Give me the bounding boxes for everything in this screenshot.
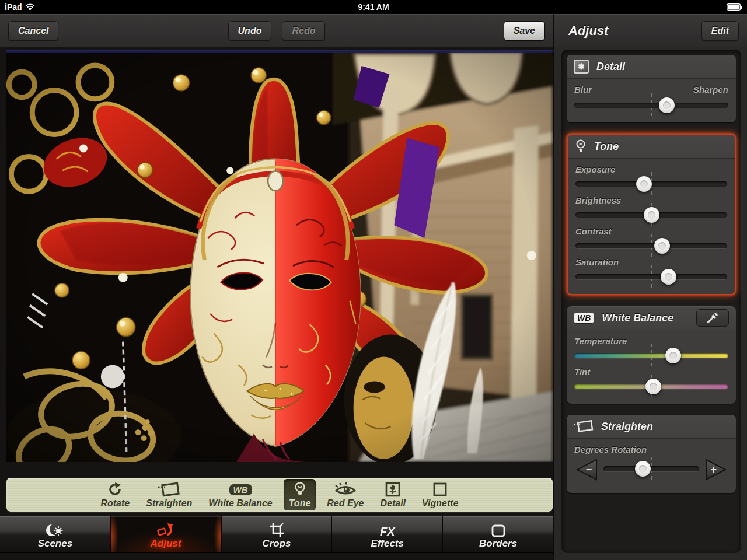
rotate-minus-button[interactable]: − — [574, 458, 599, 481]
detail-section: ✽ Detail Blur Sharpen — [567, 55, 736, 123]
tone-section-header: Tone — [568, 135, 735, 159]
photo-canvas[interactable] — [6, 50, 553, 462]
adjust-tools-strip: Rotate Straighten WB White Balance — [6, 477, 553, 512]
redo-button[interactable]: Redo — [282, 21, 325, 41]
detail-icon — [385, 481, 401, 498]
straighten-icon — [158, 481, 181, 498]
tint-slider[interactable] — [574, 378, 728, 396]
crops-icon — [269, 522, 284, 537]
detail-section-header: ✽ Detail — [567, 55, 736, 79]
sharpen-label: Sharpen — [693, 85, 728, 94]
detail-icon: ✽ — [574, 60, 589, 74]
red-eye-icon — [334, 481, 357, 498]
tab-effects[interactable]: FX Effects — [332, 516, 443, 552]
exposure-slider-knob[interactable] — [636, 176, 652, 192]
minus-glyph: − — [586, 464, 592, 475]
bottom-tab-bar: Scenes Adjust Crops FX Effects — [0, 516, 553, 553]
wb-badge-icon: WB — [574, 313, 594, 323]
saturation-slider-knob[interactable] — [661, 269, 676, 285]
adjust-icon — [157, 522, 174, 537]
plus-glyph: + — [711, 464, 717, 475]
cancel-button[interactable]: Cancel — [8, 21, 58, 41]
tab-borders[interactable]: Borders — [443, 516, 553, 552]
white-balance-section-header: WB White Balance — [567, 306, 736, 330]
tab-scenes[interactable]: Scenes — [0, 516, 111, 552]
degrees-rotation-label: Degrees Rotation — [574, 444, 728, 454]
undo-button[interactable]: Undo — [228, 21, 272, 41]
top-toolbar: Cancel Undo Redo Save — [0, 14, 553, 47]
contrast-slider[interactable] — [575, 237, 727, 255]
degrees-rotation-slider[interactable] — [603, 460, 699, 478]
clock: 9:41 AM — [0, 2, 747, 12]
temperature-slider[interactable] — [574, 347, 728, 365]
scenes-icon — [45, 522, 65, 537]
tool-red-eye[interactable]: Red Eye — [322, 479, 369, 510]
fx-icon: FX — [380, 526, 395, 537]
detail-slider[interactable] — [574, 97, 728, 114]
bottom-frame — [0, 553, 553, 560]
borders-icon — [491, 522, 506, 537]
tool-straighten[interactable]: Straighten — [141, 479, 197, 510]
tool-vignette[interactable]: Vignette — [417, 479, 464, 510]
vignette-icon — [432, 481, 448, 498]
blur-label: Blur — [574, 85, 592, 94]
tone-bulb-icon — [575, 139, 587, 154]
tint-slider-knob[interactable] — [645, 379, 661, 394]
app-window: iPad 9:41 AM Cancel Undo Redo — [0, 0, 747, 560]
straighten-section: Straighten Degrees Rotation − — [567, 415, 736, 493]
saturation-slider[interactable] — [575, 268, 727, 286]
edit-button[interactable]: Edit — [701, 21, 739, 41]
straighten-icon — [574, 419, 594, 433]
adjust-sidebar: Adjust Edit ✽ Detail Blur Sharpen — [553, 14, 747, 560]
eyedropper-icon — [707, 312, 718, 324]
contrast-slider-knob[interactable] — [654, 238, 670, 254]
rotate-plus-button[interactable]: + — [704, 458, 728, 481]
white-balance-icon: WB — [229, 481, 252, 498]
save-button[interactable]: Save — [504, 21, 545, 41]
tone-bulb-icon — [293, 481, 307, 498]
white-balance-section: WB White Balance Temperature — [567, 306, 736, 404]
detail-slider-knob[interactable] — [659, 97, 675, 113]
sidebar-title: Adjust — [568, 23, 608, 38]
sidebar-well: ✽ Detail Blur Sharpen — [561, 50, 741, 553]
editor-column: Cancel Undo Redo Save — [0, 14, 553, 560]
degrees-rotation-knob[interactable] — [635, 461, 651, 477]
tone-section: Tone Exposure Brightness Contr — [567, 134, 736, 295]
eyedropper-button[interactable] — [696, 309, 729, 327]
rotate-icon — [107, 481, 123, 498]
tool-rotate[interactable]: Rotate — [95, 479, 135, 510]
tool-white-balance[interactable]: WB White Balance — [203, 479, 277, 510]
tab-crops[interactable]: Crops — [222, 516, 333, 552]
tool-tone[interactable]: Tone — [284, 479, 316, 510]
temperature-slider-knob[interactable] — [665, 348, 681, 363]
photo-canvas-area — [0, 47, 553, 462]
exposure-slider[interactable] — [575, 176, 727, 193]
tool-detail[interactable]: Detail — [375, 479, 411, 510]
straighten-section-header: Straighten — [567, 415, 736, 439]
brightness-slider[interactable] — [575, 206, 727, 224]
brightness-slider-knob[interactable] — [644, 207, 659, 223]
sidebar-header: Adjust Edit — [554, 14, 747, 47]
status-bar: iPad 9:41 AM — [0, 0, 747, 14]
tab-adjust[interactable]: Adjust — [111, 516, 222, 552]
